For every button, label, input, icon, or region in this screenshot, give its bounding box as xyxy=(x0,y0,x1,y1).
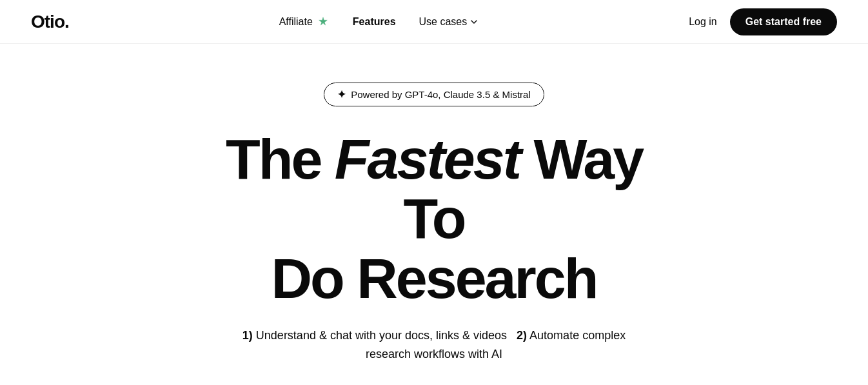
chevron-down-icon xyxy=(469,17,478,26)
subtitle-number-1: 1) xyxy=(242,329,253,342)
hero-subtitle: 1) Understand & chat with your docs, lin… xyxy=(221,326,647,364)
powered-badge-text: Powered by GPT-4o, Claude 3.5 & Mistral xyxy=(351,89,530,100)
powered-badge: ✦ Powered by GPT-4o, Claude 3.5 & Mistra… xyxy=(324,83,544,106)
navbar: Otio. Affiliate Features Use cases Log i… xyxy=(0,0,868,44)
nav-right: Log in Get started free xyxy=(689,8,837,35)
subtitle-text-1: Understand & chat with your docs, links … xyxy=(256,329,507,342)
affiliate-label: Affiliate xyxy=(279,16,313,28)
nav-links: Affiliate Features Use cases xyxy=(279,15,479,28)
login-link[interactable]: Log in xyxy=(689,16,717,28)
logo[interactable]: Otio. xyxy=(31,12,69,32)
get-started-button[interactable]: Get started free xyxy=(730,8,837,35)
hero-title-the: The xyxy=(226,127,335,191)
nav-affiliate-link[interactable]: Affiliate xyxy=(279,15,330,28)
subtitle-number-2: 2) xyxy=(517,329,527,342)
nav-use-cases-link[interactable]: Use cases xyxy=(419,16,479,28)
hero-title-do-research: Do Research xyxy=(271,246,597,310)
affiliate-icon xyxy=(317,15,330,28)
hero-title-fastest: Fastest xyxy=(335,127,520,191)
badge-plus-icon: ✦ xyxy=(337,88,346,101)
hero-title: The Fastest Way To Do Research xyxy=(189,130,679,308)
features-label: Features xyxy=(353,16,396,28)
use-cases-label: Use cases xyxy=(419,16,468,28)
hero-section: ✦ Powered by GPT-4o, Claude 3.5 & Mistra… xyxy=(0,44,868,385)
nav-features-link[interactable]: Features xyxy=(353,16,396,28)
